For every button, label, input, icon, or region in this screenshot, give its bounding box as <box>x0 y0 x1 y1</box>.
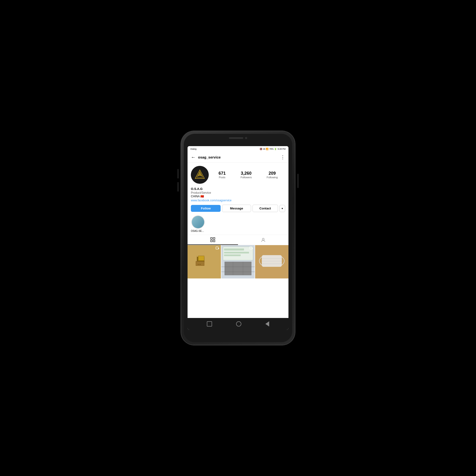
svg-rect-30 <box>262 255 282 267</box>
grid-item-2[interactable] <box>221 245 255 278</box>
volume-up-button[interactable] <box>178 169 178 178</box>
phone-top-bar <box>229 137 247 139</box>
profile-section: OSAG 671 Posts <box>187 163 289 215</box>
svg-rect-19 <box>224 249 244 250</box>
time-label: 9:28 PM <box>277 148 286 150</box>
grid-item-1[interactable]: 2kg 30¢ <box>187 245 221 278</box>
back-nav-button[interactable] <box>265 321 269 326</box>
highlight-label: OSAG-SERVI... <box>191 230 205 232</box>
dropdown-button[interactable]: ▾ <box>279 205 285 212</box>
highlight-item[interactable]: OSAG-SERVI... <box>191 215 205 232</box>
svg-rect-12 <box>196 261 204 266</box>
video-indicator-2 <box>249 247 253 251</box>
volume-down-button[interactable] <box>178 182 178 192</box>
following-label: Following <box>267 176 277 179</box>
person-tag-icon <box>261 238 266 242</box>
phone-inner: Dialog 🔇 46 📶 78% 🔋 9:28 PM ← osag_servi… <box>184 134 292 342</box>
tab-tagged[interactable] <box>238 235 289 245</box>
followers-count: 3,260 <box>241 171 252 176</box>
followers-stat[interactable]: 3,260 Followers <box>241 171 252 179</box>
action-buttons: Follow Message Contact ▾ <box>191 205 285 212</box>
svg-marker-28 <box>252 248 253 249</box>
video-indicator-1 <box>216 247 220 251</box>
svg-rect-20 <box>224 252 249 254</box>
stats-container: 671 Posts 3,260 Followers 209 Following <box>211 171 285 179</box>
more-options-button[interactable]: ⋮ <box>280 154 285 160</box>
svg-rect-27 <box>250 247 252 249</box>
svg-text:2kg 30¢: 2kg 30¢ <box>198 264 201 265</box>
bio-link[interactable]: www.facebook.com/osagservice <box>191 199 232 202</box>
posts-label: Posts <box>219 176 226 179</box>
posts-count: 671 <box>219 171 226 176</box>
signal-icon: 🔇 46 📶 <box>260 148 269 150</box>
carrier-label: Dialog <box>190 148 197 150</box>
tab-grid[interactable] <box>187 235 238 245</box>
svg-rect-7 <box>211 240 212 242</box>
svg-rect-6 <box>213 238 215 239</box>
grid-item-3[interactable] <box>255 245 289 278</box>
instagram-app: ← osag_service ⋮ <box>187 152 289 318</box>
photo-3 <box>255 245 289 278</box>
profile-picture: OSAG <box>193 168 206 181</box>
posts-stat[interactable]: 671 Posts <box>219 171 226 179</box>
back-button[interactable]: ← <box>191 154 196 160</box>
message-button[interactable]: Message <box>222 205 251 212</box>
avatar-inner: OSAG <box>191 166 209 184</box>
bio-category: Product/Service <box>191 191 285 194</box>
bio-location: CHINA 🇨🇳 <box>191 195 285 198</box>
photo-grid: 2kg 30¢ <box>187 245 289 318</box>
svg-rect-11 <box>198 256 204 261</box>
highlights-section: OSAG-SERVI... <box>187 215 289 235</box>
following-stat[interactable]: 209 Following <box>267 171 277 179</box>
status-bar: Dialog 🔇 46 📶 78% 🔋 9:28 PM <box>187 146 289 152</box>
svg-marker-16 <box>218 248 219 249</box>
highlight-image <box>192 216 204 228</box>
profile-header: ← osag_service ⋮ <box>187 152 289 163</box>
phone-device: Dialog 🔇 46 📶 78% 🔋 9:28 PM ← osag_servi… <box>181 131 295 345</box>
battery-icon: 🔋 <box>274 148 277 150</box>
recent-apps-button[interactable] <box>207 321 212 326</box>
contact-button[interactable]: Contact <box>253 205 278 212</box>
avatar[interactable]: OSAG <box>191 166 209 184</box>
highlight-circle <box>191 215 205 229</box>
profile-top: OSAG 671 Posts <box>191 166 285 184</box>
power-button[interactable] <box>298 174 298 188</box>
status-right: 🔇 46 📶 78% 🔋 9:28 PM <box>260 148 286 150</box>
svg-rect-21 <box>224 255 241 256</box>
android-nav-bar <box>187 318 289 330</box>
screen: Dialog 🔇 46 📶 78% 🔋 9:28 PM ← osag_servi… <box>187 146 289 330</box>
display-name: O.S.A.G <box>191 187 285 191</box>
grid-icon <box>210 237 215 242</box>
bio-section: O.S.A.G Product/Service CHINA 🇨🇳 www.fac… <box>191 187 285 202</box>
speaker <box>229 137 243 139</box>
battery-label: 78% <box>269 148 273 150</box>
svg-rect-8 <box>213 240 215 242</box>
svg-point-9 <box>262 238 264 240</box>
followers-label: Followers <box>241 176 252 179</box>
following-count: 209 <box>269 171 276 176</box>
home-button[interactable] <box>236 321 241 326</box>
follow-button[interactable]: Follow <box>191 205 221 212</box>
tab-bar <box>187 235 289 245</box>
svg-rect-22 <box>225 262 251 275</box>
front-camera <box>245 137 247 139</box>
svg-rect-5 <box>211 238 212 239</box>
svg-rect-15 <box>216 247 218 249</box>
profile-username: osag_service <box>198 155 280 159</box>
